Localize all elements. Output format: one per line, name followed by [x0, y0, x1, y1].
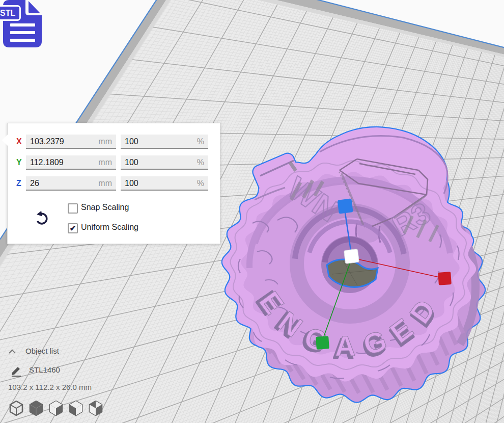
svg-text:STL: STL: [0, 9, 15, 17]
